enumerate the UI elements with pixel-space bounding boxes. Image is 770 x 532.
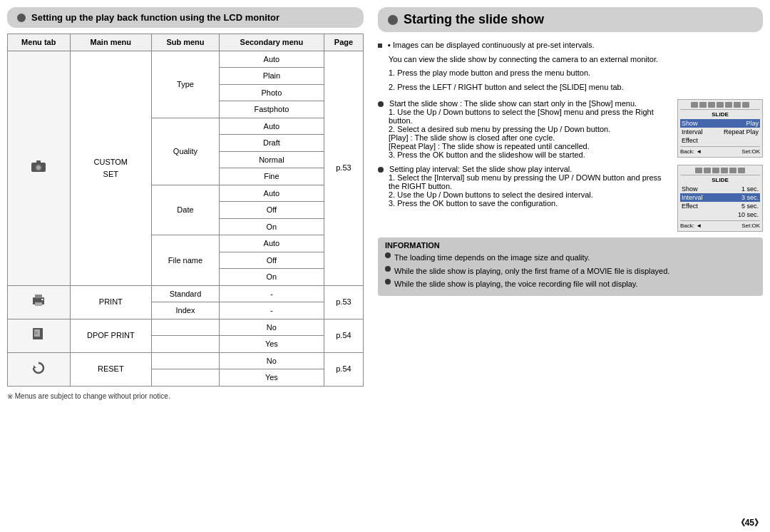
left-panel: Setting up the play back function using … [7, 7, 364, 507]
information-title: INFORMATION [385, 241, 756, 250]
date-label: Date [152, 185, 220, 235]
lcd1-row-interval: Interval Repeat Play [680, 128, 760, 136]
lcd1-icon7 [742, 102, 749, 108]
lcd1-row-effect: Effect [680, 136, 760, 145]
header-bullet [17, 14, 26, 22]
lcd2-icon5 [729, 168, 736, 173]
quality-draft: Draft [219, 135, 324, 152]
icon-camera-cell [8, 51, 71, 285]
icon-reset-cell [8, 352, 71, 386]
lcd2-icon3 [712, 168, 719, 173]
date-auto: Auto [219, 185, 324, 202]
lcd2-top-icons [680, 168, 760, 175]
type-photo: Photo [219, 84, 324, 101]
block2-intro: Start the slide show : The slide show ca… [378, 99, 672, 108]
lcd1-title: SLIDE [680, 111, 760, 118]
print-icon [31, 293, 46, 307]
left-header-title: Setting up the play back function using … [31, 12, 279, 23]
date-on: On [219, 218, 324, 235]
lcd1-top-icons [680, 102, 760, 110]
block-images: ▪ Images can be displayed continuously a… [378, 39, 763, 93]
reset-empty1 [152, 352, 220, 369]
filename-on: On [219, 269, 324, 286]
round-bullet-icon1 [378, 101, 384, 107]
block2-step5: 3. Press the OK button and the slideshow… [378, 150, 672, 159]
svg-text:D: D [35, 331, 38, 335]
type-fastphoto: Fastphoto [219, 101, 324, 118]
lcd2-row-show: Show 1 sec. [680, 185, 760, 193]
index-label: Index [152, 302, 220, 319]
block2-step1: 1. Use the Up / Down buttons to select t… [378, 108, 672, 125]
lcd2-title: SLIDE [680, 177, 760, 183]
index-value: - [219, 302, 324, 319]
dpof-yes: Yes [219, 336, 324, 353]
filename-off: Off [219, 252, 324, 269]
block2-text: Start the slide show : The slide show ca… [378, 99, 672, 159]
info-bullet-3 [385, 279, 391, 285]
svg-rect-1 [36, 160, 41, 163]
print-label: PRINT [70, 285, 152, 319]
quality-normal: Normal [219, 151, 324, 168]
info-item-2: While the slide show is playing, only th… [385, 266, 756, 277]
page-p53-print: p.53 [324, 285, 363, 319]
right-panel: Starting the slide show ▪ Images can be … [371, 7, 763, 507]
page-p53-custom: p.53 [324, 51, 363, 285]
block3-step1: 1. Select the [Interval] sub menu by pre… [378, 173, 672, 190]
col-sub-menu: Sub menu [152, 34, 220, 51]
svg-rect-7 [41, 299, 43, 300]
standard-label: Standard [152, 285, 220, 302]
camera-icon [30, 159, 47, 173]
dpof-empty2 [152, 336, 220, 353]
custom-set-label: CUSTOMSET [70, 51, 152, 285]
info-bullet-2 [385, 266, 391, 272]
lcd1-footer: Back: ◄ Set:OK [680, 146, 760, 155]
info-bullet-1 [385, 252, 391, 258]
lcd-mockup-2: SLIDE Show 1 sec. Interval 3 sec. Effect… [677, 165, 763, 232]
reset-icon [31, 360, 46, 374]
page-number: 《45》 [0, 514, 770, 532]
quality-label: Quality [152, 118, 220, 185]
col-secondary-menu: Secondary menu [219, 34, 324, 51]
lcd1-row-show: Show Play [680, 119, 760, 128]
filename-auto: Auto [219, 235, 324, 252]
dpof-print-label: DPOF PRINT [70, 319, 152, 352]
svg-rect-6 [35, 302, 42, 306]
block3-intro: Setting play interval: Set the slide sho… [378, 165, 672, 173]
block3-step2: 2. Use the Up / Down buttons to select t… [378, 190, 672, 199]
standard-value: - [219, 285, 324, 302]
svg-marker-12 [34, 365, 36, 368]
block3-text: Setting play interval: Set the slide sho… [378, 165, 672, 208]
lcd2-icon4 [721, 168, 728, 173]
type-label: Type [152, 51, 220, 118]
svg-rect-5 [35, 295, 42, 298]
block3-step3: 3. Press the OK button to save the confi… [378, 199, 672, 208]
lcd1-icon1 [691, 102, 698, 108]
block2-step3: [Play] : The slide show is closed after … [378, 133, 672, 142]
info-item-3: While the slide show is playing, the voi… [385, 279, 756, 290]
round-bullet-icon2 [378, 167, 384, 173]
block1-line3: 1. Press the play mode button and press … [378, 67, 763, 80]
square-bullet-icon [378, 44, 382, 48]
right-header-bullet [388, 15, 398, 25]
menu-table: Menu tab Main menu Sub menu Secondary me… [7, 34, 364, 387]
dpof-icon: D [31, 327, 46, 341]
reset-yes: Yes [219, 369, 324, 387]
dpof-no: No [219, 319, 324, 336]
info-item-1: The loading time depends on the image si… [385, 252, 756, 263]
information-box: INFORMATION The loading time depends on … [378, 237, 763, 295]
type-auto: Auto [219, 51, 324, 68]
table-row: D DPOF PRINT No p.54 [8, 319, 364, 336]
lcd2-row-interval: Interval 3 sec. [680, 193, 760, 202]
date-off: Off [219, 202, 324, 219]
lcd1-icon6 [734, 102, 741, 108]
footnote: ※ Menus are subject to change without pr… [7, 392, 364, 400]
col-page: Page [324, 34, 363, 51]
svg-point-3 [37, 166, 41, 170]
block1-line4: 2. Press the LEFT / RIGHT button and sel… [378, 81, 763, 94]
reset-empty2 [152, 369, 220, 387]
table-row: CUSTOMSET Type Auto p.53 [8, 51, 364, 68]
block1-line1: ▪ Images can be displayed continuously a… [378, 39, 763, 52]
block2-step4: [Repeat Play] : The slide show is repeat… [378, 142, 672, 150]
block2-step2: 2. Select a desired sub menu by pressing… [378, 125, 672, 133]
lcd-mockup-1: SLIDE Show Play Interval Repeat Play Eff… [677, 99, 763, 158]
